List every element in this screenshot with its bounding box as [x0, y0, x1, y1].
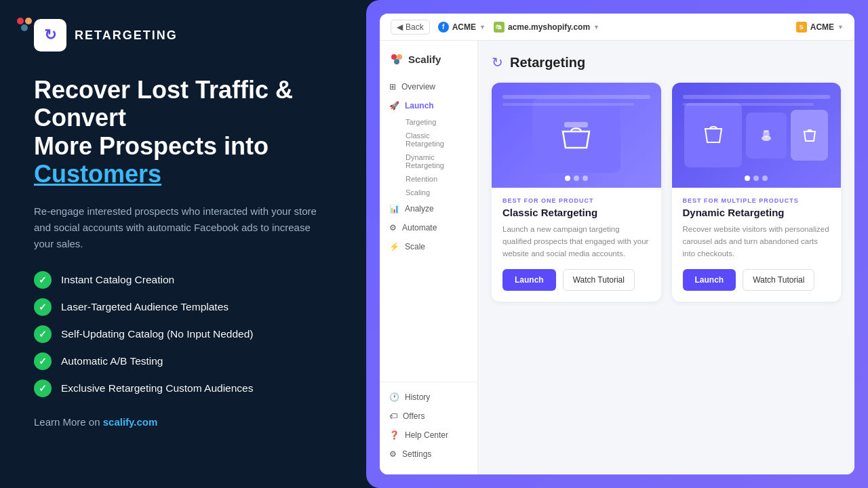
- shopify-brand: 🛍 acme.myshopify.com ▼: [494, 22, 599, 33]
- sidebar-item-scale[interactable]: ⚡ Scale: [380, 237, 477, 256]
- learn-more-link[interactable]: scalify.com: [103, 416, 158, 428]
- content-header: ↻ Retargeting: [492, 54, 841, 70]
- sidebar-bottom: 🕐 History 🏷 Offers ❓ Help Center ⚙ Setti…: [380, 382, 477, 464]
- dot: [762, 176, 768, 181]
- dots-row: [565, 176, 588, 181]
- feature-item: ✓ Laser-Targeted Audience Templates: [34, 298, 346, 316]
- dynamic-retargeting-body: BEST FOR MULTIPLE PRODUCTS Dynamic Retar…: [672, 188, 842, 302]
- dynamic-launch-button[interactable]: Launch: [683, 269, 736, 291]
- hero-title: Recover Lost Traffic & Convert More Pros…: [34, 76, 346, 188]
- sidebar-item-targeting[interactable]: Targeting: [396, 115, 477, 129]
- check-icon: ✓: [34, 271, 52, 289]
- feature-label: Exclusive Retargeting Custom Audiences: [61, 382, 253, 394]
- check-icon: ✓: [34, 298, 52, 316]
- sidebar-item-automate[interactable]: ⚙ Automate: [380, 218, 477, 237]
- gear-icon: ⚙: [389, 223, 397, 232]
- features-list: ✓ Instant Catalog Creation ✓ Laser-Targe…: [34, 271, 346, 397]
- tag-icon: 🏷: [389, 411, 397, 421]
- cards-row: BEST FOR ONE PRODUCT Classic Retargeting…: [492, 83, 841, 302]
- back-button[interactable]: ◀ Back: [391, 20, 430, 35]
- classic-retargeting-card: BEST FOR ONE PRODUCT Classic Retargeting…: [492, 83, 661, 302]
- sidebar-subnav: Targeting Classic Retargeting Dynamic Re…: [380, 115, 477, 199]
- grid-icon: ⊞: [389, 82, 396, 92]
- app-window: ◀ Back f ACME ▼ 🛍 acme.myshopify.com ▼ S…: [380, 14, 854, 474]
- sidebar-item-analyze[interactable]: 📊 Analyze: [380, 199, 477, 218]
- dynamic-tutorial-button[interactable]: Watch Tutorial: [743, 269, 814, 291]
- classic-tutorial-button[interactable]: Watch Tutorial: [563, 269, 635, 291]
- product-thumb-3: [791, 110, 828, 161]
- feature-item: ✓ Exclusive Retargeting Custom Audiences: [34, 380, 346, 397]
- sidebar-item-classic-retargeting[interactable]: Classic Retargeting: [396, 129, 477, 150]
- dot: [753, 176, 759, 181]
- facebook-icon: f: [438, 22, 449, 33]
- feature-label: Instant Catalog Creation: [61, 274, 174, 286]
- card-desc: Recover website visitors with personaliz…: [683, 224, 831, 260]
- sidebar-item-history[interactable]: 🕐 History: [380, 388, 477, 407]
- learn-more: Learn More on scalify.com: [34, 416, 346, 428]
- card-desc: Launch a new campaign targeting qualifie…: [502, 224, 650, 260]
- back-chevron: ◀: [397, 22, 403, 32]
- product-thumb-2: [746, 113, 787, 159]
- check-icon: ✓: [34, 325, 52, 343]
- dot: [565, 176, 570, 181]
- left-panel: ↻ RETARGETING Recover Lost Traffic & Con…: [0, 0, 380, 488]
- chevron-down-icon: ▼: [837, 24, 844, 30]
- chevron-down-icon: ▼: [593, 24, 599, 30]
- chart-icon: 📊: [389, 204, 399, 214]
- multi-product-display: [684, 103, 828, 167]
- svg-rect-10: [764, 130, 769, 132]
- card-title: Classic Retargeting: [502, 207, 650, 218]
- feature-item: ✓ Self-Updating Catalog (No Input Nedded…: [34, 325, 346, 343]
- logo-bar: ↻ RETARGETING: [34, 19, 346, 52]
- bolt-icon: ⚡: [389, 242, 399, 251]
- hero-subtitle: Re-engage interested prospects who inter…: [34, 203, 319, 252]
- feature-label: Laser-Targeted Audience Templates: [61, 301, 229, 313]
- classic-launch-button[interactable]: Launch: [502, 269, 556, 291]
- sidebar-item-retention[interactable]: Retention: [396, 172, 477, 186]
- rocket-icon: 🚀: [389, 101, 399, 110]
- right-panel: ◀ Back f ACME ▼ 🛍 acme.myshopify.com ▼ S…: [366, 0, 868, 488]
- clock-icon: 🕐: [389, 392, 399, 402]
- retargeting-icon: ↻: [34, 19, 66, 52]
- feature-item: ✓ Automatic A/B Testing: [34, 352, 346, 370]
- sidebar-logo: Scalify: [380, 52, 477, 77]
- acme-account: S ACME ▼: [796, 22, 844, 33]
- card-actions: Launch Watch Tutorial: [502, 269, 650, 291]
- product-thumb-1: [684, 103, 742, 167]
- sidebar-item-scaling[interactable]: Scaling: [396, 186, 477, 199]
- svg-point-4: [391, 54, 397, 60]
- app-name: RETARGETING: [75, 28, 178, 43]
- sidebar-nav: ⊞ Overview 🚀 Launch Targeting Classic Re…: [380, 77, 477, 256]
- content-title: Retargeting: [510, 55, 585, 70]
- card-actions: Launch Watch Tutorial: [683, 269, 831, 291]
- main-area: Scalify ⊞ Overview 🚀 Launch Targ: [380, 41, 854, 474]
- dots-row: [745, 176, 768, 181]
- sidebar-item-settings[interactable]: ⚙ Settings: [380, 445, 477, 464]
- card-title: Dynamic Retargeting: [683, 207, 831, 218]
- sidebar-item-offers[interactable]: 🏷 Offers: [380, 407, 477, 426]
- classic-retargeting-body: BEST FOR ONE PRODUCT Classic Retargeting…: [492, 188, 661, 302]
- feature-label: Self-Updating Catalog (No Input Nedded): [61, 328, 253, 340]
- svg-point-6: [394, 59, 399, 64]
- sidebar-item-launch[interactable]: 🚀 Launch: [380, 96, 477, 115]
- svg-rect-7: [564, 122, 588, 127]
- back-label: Back: [406, 22, 424, 32]
- acme-icon: S: [796, 22, 807, 33]
- settings-icon: ⚙: [389, 449, 397, 459]
- single-product-display: [532, 98, 620, 173]
- question-icon: ❓: [389, 430, 399, 440]
- dynamic-retargeting-card: BEST FOR MULTIPLE PRODUCTS Dynamic Retar…: [672, 83, 842, 302]
- sidebar-item-overview[interactable]: ⊞ Overview: [380, 77, 477, 96]
- fb-brand: f ACME ▼: [438, 22, 486, 33]
- dot: [583, 176, 588, 181]
- feature-item: ✓ Instant Catalog Creation: [34, 271, 346, 289]
- sidebar-item-help[interactable]: ❓ Help Center: [380, 426, 477, 445]
- chevron-down-icon: ▼: [479, 24, 486, 30]
- content-area: ↻ Retargeting: [478, 41, 854, 474]
- dot: [574, 176, 579, 181]
- sidebar-item-dynamic-retargeting[interactable]: Dynamic Retargeting: [396, 150, 477, 172]
- dynamic-retargeting-image: [672, 83, 842, 188]
- classic-retargeting-image: [492, 83, 661, 188]
- feature-label: Automatic A/B Testing: [61, 355, 163, 367]
- shopify-icon: 🛍: [494, 22, 505, 33]
